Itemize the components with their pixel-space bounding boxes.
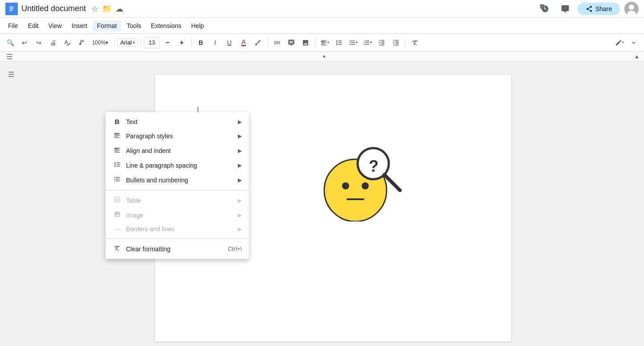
font-size-increase[interactable]: +	[175, 36, 188, 49]
svg-point-10	[362, 182, 369, 189]
star-icon[interactable]: ☆	[91, 4, 98, 14]
numbered-list-button[interactable]: ▾	[361, 36, 374, 49]
format-menu-item-paragraph[interactable]: Paragraph styles ▶	[106, 129, 249, 143]
format-menu-item-borders: — Borders and lines ▶	[106, 222, 249, 236]
menu-extensions[interactable]: Extensions	[147, 20, 186, 31]
title-bar: Untitled document ☆ 📁 ☁ Share	[0, 0, 644, 18]
underline-button[interactable]: U	[223, 36, 236, 49]
svg-text:?: ?	[369, 157, 379, 175]
history-icon[interactable]	[537, 1, 553, 17]
menu-tools[interactable]: Tools	[122, 20, 146, 31]
bullets-numbering-arrow: ▶	[238, 177, 242, 183]
chat-icon[interactable]	[557, 1, 573, 17]
borders-lines-arrow: ▶	[238, 226, 242, 232]
paragraph-styles-arrow: ▶	[238, 133, 242, 139]
align-indent-arrow: ▶	[238, 148, 242, 154]
zoom-button[interactable]: 100%▾	[89, 36, 111, 49]
svg-rect-2	[9, 8, 14, 9]
paragraph-icon	[113, 132, 122, 140]
insert-image-button[interactable]	[299, 36, 312, 49]
menu-edit[interactable]: Edit	[24, 20, 43, 31]
document-title[interactable]: Untitled document	[21, 4, 86, 13]
menu-format[interactable]: Format	[93, 20, 121, 31]
paragraph-styles-label: Paragraph styles	[126, 133, 233, 140]
svg-point-6	[629, 4, 634, 10]
format-menu-item-spacing[interactable]: Line & paragraph spacing ▶	[106, 158, 249, 173]
sidebar-toggle-icon[interactable]: ☰	[6, 52, 12, 60]
format-menu-item-clear[interactable]: Clear formatting Ctrl+\	[106, 241, 249, 256]
table-label: Table	[126, 197, 233, 204]
ruler-marker: ▼	[322, 54, 326, 59]
menu-insert[interactable]: Insert	[67, 20, 92, 31]
bullets-numbering-label: Bullets and numbering	[126, 177, 233, 184]
font-family-arrow: ▾	[133, 40, 135, 45]
ruler: ▼	[27, 53, 617, 60]
indent-more-button[interactable]	[389, 36, 403, 49]
bold-button[interactable]: B	[194, 36, 208, 49]
app-icon	[5, 3, 18, 15]
indent-less-button[interactable]	[375, 36, 388, 49]
format-menu-item-align[interactable]: Align and indent ▶	[106, 143, 249, 158]
user-avatar[interactable]	[624, 2, 639, 16]
format-menu-item-table: Table ▶	[106, 193, 249, 208]
table-arrow: ▶	[238, 197, 242, 204]
paint-format-button[interactable]	[75, 36, 88, 49]
line-spacing-label: Line & paragraph spacing	[126, 162, 233, 169]
collapse-panel-button[interactable]	[627, 36, 640, 49]
image-label: Image	[126, 212, 233, 219]
alignment-button[interactable]: ▾	[318, 36, 331, 49]
format-menu-item-text[interactable]: B Text ▶	[106, 115, 249, 129]
clear-formatting-label: Clear formatting	[126, 245, 224, 253]
insert-link-button[interactable]	[270, 36, 284, 49]
spacing-icon	[113, 161, 122, 169]
menu-separator-1	[106, 190, 249, 190]
cloud-icon[interactable]: ☁	[115, 4, 123, 14]
font-family-selector[interactable]: Arial ▾	[117, 38, 138, 47]
clear-formatting-icon	[113, 245, 122, 253]
menu-bar: File Edit View Insert Format Tools Exten…	[0, 18, 644, 34]
spell-check-button[interactable]	[61, 36, 74, 49]
text-color-button[interactable]: A	[237, 36, 250, 49]
font-size-decrease[interactable]: −	[161, 36, 174, 49]
italic-button[interactable]: I	[208, 36, 222, 49]
menu-help[interactable]: Help	[187, 20, 208, 31]
toolbar-divider-3	[191, 38, 192, 47]
menu-file[interactable]: File	[4, 20, 23, 31]
format-dropdown-menu: B Text ▶ Paragraph styles ▶ Align and in…	[106, 112, 249, 259]
clear-formatting-shortcut: Ctrl+\	[228, 245, 242, 252]
align-indent-label: Align and indent	[126, 147, 233, 154]
borders-lines-label: Borders and lines	[126, 225, 233, 233]
font-size-display[interactable]: 13	[144, 37, 160, 48]
right-panel-collapse[interactable]: ▲	[634, 53, 640, 60]
pencil-mode-button[interactable]: ▾	[613, 36, 626, 49]
borders-icon: —	[113, 225, 122, 233]
toolbar-divider-4	[267, 38, 268, 47]
svg-point-9	[342, 182, 349, 189]
line-spacing-button[interactable]	[332, 36, 346, 49]
image-arrow: ▶	[238, 212, 242, 218]
folder-icon[interactable]: 📁	[102, 4, 112, 14]
format-menu-item-bullets[interactable]: Bullets and numbering ▶	[106, 173, 249, 187]
bullets-button[interactable]: ▾	[346, 36, 360, 49]
menu-separator-2	[106, 238, 249, 239]
header-right: Share	[537, 1, 639, 17]
bullets-menu-icon	[113, 176, 122, 184]
outline-icon[interactable]: ☰	[8, 70, 14, 79]
svg-rect-3	[9, 10, 12, 11]
undo-button[interactable]: ↩	[18, 36, 31, 49]
svg-rect-1	[9, 7, 14, 8]
toolbar: 🔍 ↩ ↪ 🖨 100%▾ Arial ▾ 13 − + B I U A ▾	[0, 34, 644, 52]
toolbar-divider-1	[114, 38, 114, 47]
highlight-button[interactable]	[251, 36, 265, 49]
share-label: Share	[595, 5, 612, 12]
title-icons: ☆ 📁 ☁	[91, 4, 123, 14]
format-text-arrow: ▶	[238, 119, 242, 125]
comment-button[interactable]	[285, 36, 298, 49]
search-toolbar-btn[interactable]: 🔍	[4, 36, 17, 49]
clear-formatting-button[interactable]	[408, 36, 422, 49]
left-sidebar: ☰	[0, 61, 22, 346]
redo-button[interactable]: ↪	[32, 36, 45, 49]
menu-view[interactable]: View	[44, 20, 66, 31]
print-button[interactable]: 🖨	[46, 36, 60, 49]
share-button[interactable]: Share	[578, 3, 620, 15]
